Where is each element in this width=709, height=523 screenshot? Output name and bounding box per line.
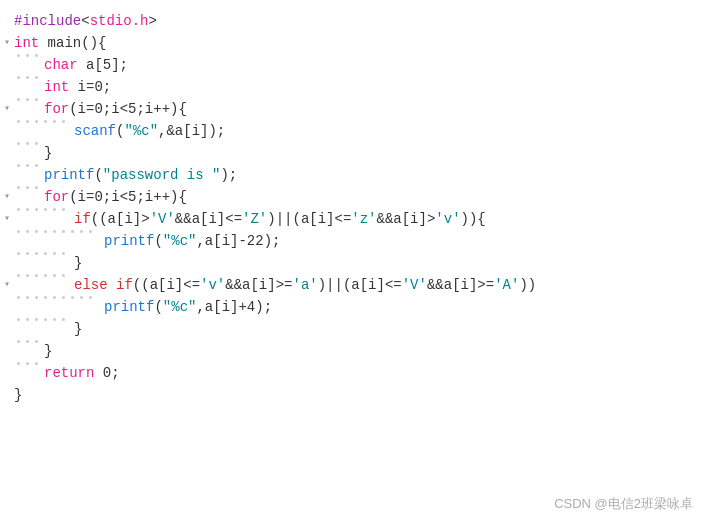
indent-dot: [35, 362, 38, 365]
code-line: }: [0, 384, 709, 406]
indent-dot: [62, 296, 65, 299]
indent-dots: [14, 230, 104, 233]
line-content: scanf("%c",&a[i]);: [74, 120, 701, 142]
indent-dot: [26, 186, 29, 189]
line-content: else if((a[i]<='v'&&a[i]>='a')||(a[i]<='…: [74, 274, 701, 296]
code-line: ▾int main(){: [0, 32, 709, 54]
fold-arrow[interactable]: ▾: [0, 274, 14, 296]
token: return: [44, 362, 94, 384]
indent-dots: [14, 252, 74, 255]
indent-dots: [14, 340, 44, 343]
line-content: return 0;: [44, 362, 701, 384]
indent-dot: [35, 76, 38, 79]
indent-dot: [44, 230, 47, 233]
indent-dot: [17, 362, 20, 365]
line-content: int main(){: [14, 32, 701, 54]
indent-dot: [17, 164, 20, 167]
indent-dot: [26, 252, 29, 255]
indent-dots: [14, 186, 44, 189]
indent-dot: [44, 296, 47, 299]
indent-dot: [80, 296, 83, 299]
indent-dot: [53, 274, 56, 277]
indent-dot: [62, 208, 65, 211]
indent-dot: [80, 230, 83, 233]
indent-dot: [62, 274, 65, 277]
fold-arrow[interactable]: ▾: [0, 32, 14, 54]
line-content: char a[5];: [44, 54, 701, 76]
indent-dot: [17, 252, 20, 255]
indent-dots: [14, 208, 74, 211]
indent-dot: [44, 318, 47, 321]
line-content: }: [44, 340, 701, 362]
indent-dot: [17, 120, 20, 123]
indent-dots: [14, 164, 44, 167]
indent-dot: [17, 186, 20, 189]
token: "%c": [124, 120, 158, 142]
token: printf: [104, 296, 154, 318]
code-line: #include<stdio.h>: [0, 10, 709, 32]
indent-dot: [35, 208, 38, 211]
indent-dot: [17, 208, 20, 211]
code-line: ▾for(i=0;i<5;i++){: [0, 98, 709, 120]
fold-arrow[interactable]: ▾: [0, 98, 14, 120]
token: 'Z': [242, 208, 267, 230]
code-line: }: [0, 252, 709, 274]
code-line: ▾if((a[i]>'V'&&a[i]<='Z')||(a[i]<='z'&&a…: [0, 208, 709, 230]
line-content: #include<stdio.h>: [14, 10, 701, 32]
indent-dot: [17, 54, 20, 57]
token: (: [116, 120, 124, 142]
token: 'z': [351, 208, 376, 230]
token: "password is ": [103, 164, 221, 186]
code-line: char a[5];: [0, 54, 709, 76]
token: }: [74, 252, 82, 274]
token: }: [44, 142, 52, 164]
code-area: #include<stdio.h>▾int main(){char a[5];i…: [0, 0, 709, 416]
fold-arrow[interactable]: ▾: [0, 186, 14, 208]
token: int: [44, 76, 69, 98]
token: <: [81, 10, 89, 32]
line-content: printf("%c",a[i]-22);: [104, 230, 701, 252]
token: char: [44, 54, 78, 76]
indent-dot: [62, 252, 65, 255]
code-line: printf("password is ");: [0, 164, 709, 186]
watermark: CSDN @电信2班梁咏卓: [554, 495, 693, 513]
indent-dot: [89, 296, 92, 299]
line-content: }: [74, 318, 701, 340]
indent-dot: [17, 230, 20, 233]
indent-dot: [17, 98, 20, 101]
token: else: [74, 274, 108, 296]
token: 0;: [94, 362, 119, 384]
indent-dot: [53, 252, 56, 255]
indent-dots: [14, 98, 44, 101]
indent-dots: [14, 76, 44, 79]
token: (: [94, 164, 102, 186]
indent-dots: [14, 362, 44, 365]
indent-dot: [53, 208, 56, 211]
token: )||(a[i]<=: [318, 274, 402, 296]
token: )){: [461, 208, 486, 230]
token: 'V': [150, 208, 175, 230]
indent-dot: [71, 230, 74, 233]
token: for: [44, 186, 69, 208]
fold-arrow[interactable]: ▾: [0, 208, 14, 230]
indent-dot: [26, 362, 29, 365]
indent-dots: [14, 274, 74, 277]
indent-dot: [35, 274, 38, 277]
line-content: for(i=0;i<5;i++){: [44, 98, 701, 120]
token: >: [148, 10, 156, 32]
indent-dot: [89, 230, 92, 233]
indent-dot: [53, 120, 56, 123]
code-line: ▾else if((a[i]<='v'&&a[i]>='a')||(a[i]<=…: [0, 274, 709, 296]
token: (: [154, 296, 162, 318]
token: a[5];: [78, 54, 128, 76]
token: 'a': [292, 274, 317, 296]
indent-dot: [35, 230, 38, 233]
indent-dot: [26, 208, 29, 211]
token: }: [44, 340, 52, 362]
line-content: int i=0;: [44, 76, 701, 98]
token: ((a[i]<=: [133, 274, 200, 296]
indent-dots: [14, 318, 74, 321]
token: &&a[i]>=: [225, 274, 292, 296]
token: );: [220, 164, 237, 186]
indent-dot: [26, 164, 29, 167]
